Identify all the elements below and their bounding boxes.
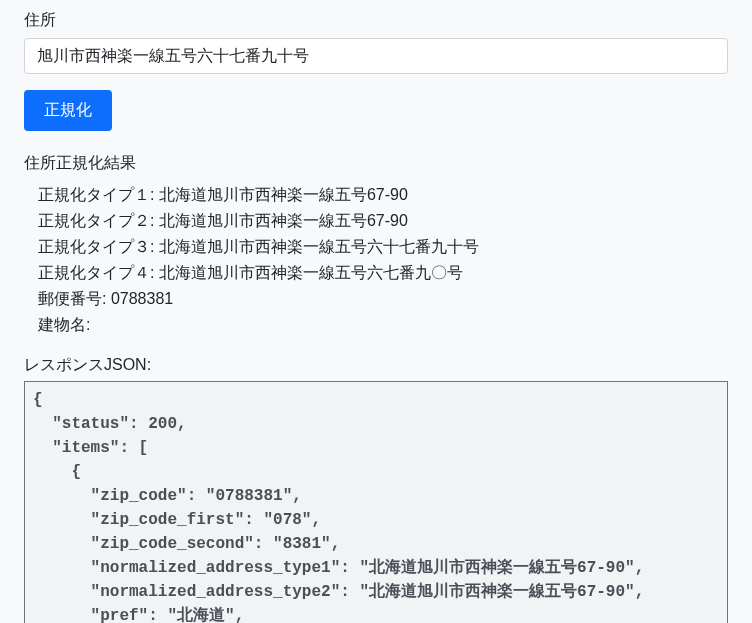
result-row: 正規化タイプ２: 北海道旭川市西神楽一線五号67-90 bbox=[38, 209, 728, 233]
address-input[interactable] bbox=[24, 38, 728, 74]
results-heading: 住所正規化結果 bbox=[24, 151, 728, 175]
result-row: 正規化タイプ１: 北海道旭川市西神楽一線五号67-90 bbox=[38, 183, 728, 207]
result-row: 正規化タイプ３: 北海道旭川市西神楽一線五号六十七番九十号 bbox=[38, 235, 728, 259]
response-json-output[interactable] bbox=[24, 381, 728, 623]
result-row: 建物名: bbox=[38, 313, 728, 337]
normalize-button[interactable]: 正規化 bbox=[24, 90, 112, 131]
result-row: 郵便番号: 0788381 bbox=[38, 287, 728, 311]
result-row: 正規化タイプ４: 北海道旭川市西神楽一線五号六七番九〇号 bbox=[38, 261, 728, 285]
results-list: 正規化タイプ１: 北海道旭川市西神楽一線五号67-90 正規化タイプ２: 北海道… bbox=[24, 183, 728, 337]
address-label: 住所 bbox=[24, 8, 728, 32]
response-json-heading: レスポンスJSON: bbox=[24, 353, 728, 377]
